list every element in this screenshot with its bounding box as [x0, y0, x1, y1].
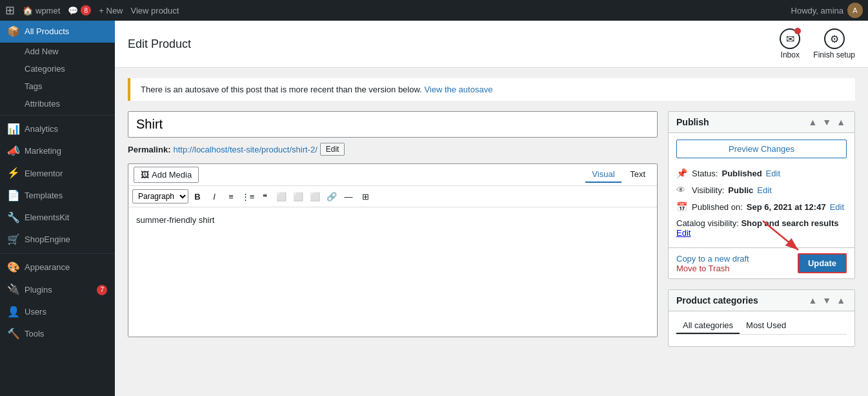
- publish-box: Publish ▲ ▼ ▲ Preview Changes 📌 Status: …: [668, 111, 855, 279]
- calendar-icon: 📅: [676, 202, 688, 212]
- sidebar-item-analytics[interactable]: 📊 Analytics: [0, 118, 115, 140]
- comments-bar-item[interactable]: 💬 8: [68, 5, 91, 16]
- comments-icon: 💬: [68, 6, 78, 16]
- sidebar-item-all-products[interactable]: 📦 All Products: [0, 21, 115, 43]
- permalink-edit-button[interactable]: Edit: [320, 143, 345, 156]
- published-date-row: 📅 Published on: Sep 6, 2021 at 12:47 Edi…: [676, 198, 847, 215]
- sidebar-item-categories[interactable]: Categories: [0, 60, 115, 78]
- avatar: A: [847, 3, 863, 18]
- main-content: Edit Product ✉ Inbox ⚙ Finish setup Ther…: [115, 21, 868, 396]
- move-to-trash-link[interactable]: Move to Trash: [676, 264, 729, 273]
- close-button[interactable]: ▲: [835, 117, 847, 127]
- update-area: Update: [798, 253, 847, 273]
- sidebar: 📦 All Products Add New Categories Tags A…: [0, 21, 115, 396]
- editor-toolbar: Paragraph B I ≡ ⋮≡ ❝ ⬜ ⬜ ⬜ 🔗 — ⊞: [128, 186, 657, 207]
- sidebar-item-elementskit[interactable]: 🔧 ElementsKit: [0, 207, 115, 229]
- sidebar-item-appearance[interactable]: 🎨 Appearance: [0, 256, 115, 278]
- category-tabs: All categories Most Used: [676, 318, 847, 335]
- blockquote-button[interactable]: ❝: [257, 189, 272, 204]
- sidebar-item-marketing[interactable]: 📣 Marketing: [0, 140, 115, 162]
- sidebar-item-elementor[interactable]: ⚡ Elementor: [0, 163, 115, 185]
- visibility-edit-link[interactable]: Edit: [757, 185, 771, 195]
- inbox-button[interactable]: ✉ Inbox: [780, 28, 800, 59]
- collapse-up-button[interactable]: ▲: [807, 117, 818, 127]
- unordered-list-button[interactable]: ≡: [223, 189, 239, 204]
- finish-setup-button[interactable]: ⚙ Finish setup: [813, 28, 855, 59]
- table-button[interactable]: ⊞: [358, 189, 373, 204]
- cat-close[interactable]: ▲: [835, 295, 847, 306]
- elementskit-icon: 🔧: [8, 212, 19, 224]
- header-actions: ✉ Inbox ⚙ Finish setup: [780, 28, 855, 59]
- editor-column: Permalink: http://localhost/test-site/pr…: [128, 111, 658, 357]
- content-area: Permalink: http://localhost/test-site/pr…: [115, 101, 868, 368]
- marketing-icon: 📣: [8, 145, 19, 157]
- sidebar-item-tags[interactable]: Tags: [0, 78, 115, 95]
- sidebar-item-attributes[interactable]: Attributes: [0, 95, 115, 112]
- sidebar-item-shopengine[interactable]: 🛒 ShopEngine: [0, 229, 115, 251]
- analytics-icon: 📊: [8, 123, 19, 135]
- tab-visual[interactable]: Visual: [585, 167, 621, 183]
- side-panel: Publish ▲ ▼ ▲ Preview Changes 📌 Status: …: [668, 111, 855, 357]
- tab-text[interactable]: Text: [623, 167, 652, 183]
- home-icon: 🏠: [23, 6, 33, 16]
- new-bar-item[interactable]: + New: [99, 6, 123, 16]
- publish-footer-left: Copy to a new draft Move to Trash: [676, 254, 749, 273]
- sidebar-item-templates[interactable]: 📄 Templates: [0, 185, 115, 207]
- align-left-button[interactable]: ⬜: [274, 189, 289, 204]
- publish-box-footer: Copy to a new draft Move to Trash: [669, 247, 854, 278]
- editor-tabs: Visual Text: [585, 167, 652, 183]
- update-button[interactable]: Update: [798, 253, 847, 273]
- finish-setup-icon: ⚙: [824, 28, 845, 49]
- link-button[interactable]: 🔗: [324, 189, 339, 204]
- publish-box-controls: ▲ ▼ ▲: [807, 117, 847, 127]
- status-edit-link[interactable]: Edit: [766, 169, 780, 178]
- visibility-icon: 👁: [676, 185, 688, 195]
- sidebar-item-plugins[interactable]: 🔌 Plugins 7: [0, 279, 115, 301]
- appearance-icon: 🎨: [8, 262, 19, 273]
- paragraph-select[interactable]: Paragraph: [132, 189, 188, 203]
- sidebar-item-tools[interactable]: 🔨 Tools: [0, 323, 115, 345]
- align-right-button[interactable]: ⬜: [307, 189, 323, 204]
- preview-changes-button[interactable]: Preview Changes: [676, 140, 847, 158]
- product-categories-box: Product categories ▲ ▼ ▲ All categories …: [668, 289, 855, 347]
- published-edit-link[interactable]: Edit: [830, 202, 844, 212]
- view-product-bar-item[interactable]: View product: [131, 6, 179, 16]
- status-row: 📌 Status: Published Edit: [676, 165, 847, 182]
- tab-most-used[interactable]: Most Used: [740, 318, 792, 334]
- page-title: Edit Product: [128, 37, 191, 51]
- product-categories-controls: ▲ ▼ ▲: [807, 295, 847, 306]
- autosave-notice: There is an autosave of this post that i…: [128, 78, 855, 101]
- catalog-edit-link[interactable]: Edit: [676, 228, 691, 238]
- site-name-bar[interactable]: 🏠 wpmet: [23, 6, 60, 16]
- admin-bar: ⊞ 🏠 wpmet 💬 8 + New View product Howdy, …: [0, 0, 868, 21]
- tools-icon: 🔨: [8, 328, 19, 340]
- cat-collapse-down[interactable]: ▼: [821, 295, 833, 306]
- product-title-input[interactable]: [128, 111, 658, 138]
- tab-all-categories[interactable]: All categories: [676, 318, 740, 334]
- ordered-list-button[interactable]: ⋮≡: [240, 189, 256, 204]
- user-menu[interactable]: Howdy, amina A: [791, 3, 863, 18]
- sidebar-item-users[interactable]: 👤 Users: [0, 301, 115, 323]
- cat-collapse-up[interactable]: ▲: [807, 295, 818, 306]
- add-media-icon: 🖼: [141, 170, 149, 180]
- plugins-icon: 🔌: [8, 284, 19, 296]
- inbox-notification-dot: [794, 28, 801, 34]
- all-products-icon: 📦: [8, 26, 19, 37]
- users-icon: 👤: [8, 306, 19, 318]
- italic-button[interactable]: I: [207, 189, 222, 204]
- align-center-button[interactable]: ⬜: [290, 189, 306, 204]
- page-header: Edit Product ✉ Inbox ⚙ Finish setup: [115, 21, 868, 68]
- elementor-icon: ⚡: [8, 168, 19, 180]
- add-media-button[interactable]: 🖼 Add Media: [134, 167, 199, 183]
- inbox-icon: ✉: [780, 28, 800, 49]
- editor-content[interactable]: summer-friendly shirt: [128, 207, 657, 337]
- permalink-link[interactable]: http://localhost/test-site/product/shirt…: [173, 145, 317, 154]
- wp-logo-icon[interactable]: ⊞: [5, 3, 15, 17]
- more-button[interactable]: —: [341, 189, 356, 204]
- sidebar-item-add-new[interactable]: Add New: [0, 43, 115, 60]
- collapse-down-button[interactable]: ▼: [821, 117, 833, 127]
- copy-to-draft-link[interactable]: Copy to a new draft: [676, 254, 749, 264]
- bold-button[interactable]: B: [190, 189, 205, 204]
- shopengine-icon: 🛒: [8, 234, 19, 245]
- view-autosave-link[interactable]: View the autosave: [424, 85, 492, 94]
